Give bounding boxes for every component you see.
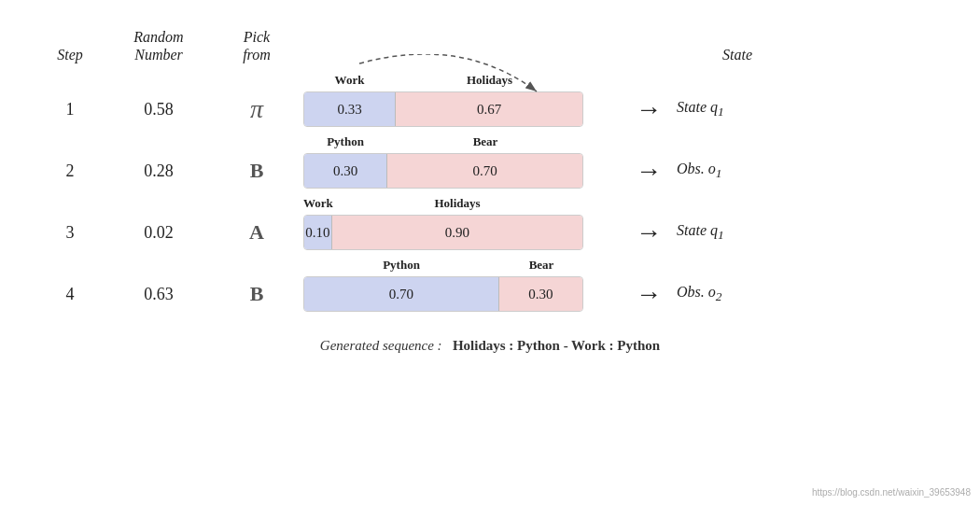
header-pick: Pickfrom bbox=[243, 29, 271, 63]
sub-header-3: WorkHolidays bbox=[303, 196, 947, 213]
cell-state-2: Obs. o1 bbox=[677, 161, 798, 181]
sub-header-2: PythonBear bbox=[303, 134, 947, 151]
cell-step-3: 3 bbox=[33, 223, 107, 243]
cell-pick-2: B bbox=[210, 159, 303, 183]
dashed-arrow-svg bbox=[303, 54, 621, 110]
cell-arrow-3: → bbox=[621, 217, 677, 247]
cell-state-3: State q1 bbox=[677, 222, 798, 243]
header-state: State bbox=[722, 47, 752, 63]
cell-bar-3: 0.100.90 bbox=[303, 215, 621, 250]
cell-random-2: 0.28 bbox=[107, 161, 210, 181]
row-group-3: WorkHolidays30.02A0.100.90→State q1 bbox=[33, 196, 947, 250]
bar-right-label-3: Holidays bbox=[331, 196, 583, 211]
bar-pink-4: 0.30 bbox=[499, 277, 582, 311]
cell-pick-1: π bbox=[210, 94, 303, 124]
bar-left-label-3: Work bbox=[303, 196, 331, 211]
cell-arrow-2: → bbox=[621, 156, 677, 186]
generated-label: Generated sequence : bbox=[320, 338, 442, 353]
cell-state-1: State q1 bbox=[677, 99, 798, 119]
bar-pink-2: 0.70 bbox=[387, 154, 582, 188]
cell-pick-3: A bbox=[210, 220, 303, 245]
bar-container-2: 0.300.70 bbox=[303, 153, 583, 189]
header-step: Step bbox=[57, 47, 83, 63]
data-row-4: 40.63B0.700.30→Obs. o2 bbox=[33, 276, 947, 312]
generated-text: Holidays : Python - Work : Python bbox=[453, 338, 660, 353]
bar-container-4: 0.700.30 bbox=[303, 276, 583, 312]
data-row-2: 20.28B0.300.70→Obs. o1 bbox=[33, 153, 947, 189]
bar-blue-2: 0.30 bbox=[304, 154, 387, 188]
cell-bar-2: 0.300.70 bbox=[303, 153, 621, 189]
bar-right-label-4: Bear bbox=[499, 258, 583, 273]
cell-bar-4: 0.700.30 bbox=[303, 276, 621, 312]
cell-step-1: 1 bbox=[33, 100, 107, 119]
main-container: Step RandomNumber Pickfrom State Work bbox=[0, 0, 980, 505]
cell-random-1: 0.58 bbox=[107, 100, 210, 119]
cell-step-4: 4 bbox=[33, 285, 107, 304]
cell-pick-4: B bbox=[210, 282, 303, 306]
bar-blue-4: 0.70 bbox=[304, 277, 499, 311]
cell-step-2: 2 bbox=[33, 161, 107, 181]
header-random: RandomNumber bbox=[133, 29, 183, 63]
cell-random-3: 0.02 bbox=[107, 223, 210, 243]
cell-random-4: 0.63 bbox=[107, 285, 210, 304]
bar-left-label-4: Python bbox=[303, 258, 499, 273]
watermark: https://blog.csdn.net/waixin_39653948 bbox=[812, 487, 971, 498]
bar-right-label-2: Bear bbox=[387, 134, 583, 149]
cell-arrow-4: → bbox=[621, 279, 677, 309]
bar-pink-3: 0.90 bbox=[332, 216, 582, 249]
row-group-4: PythonBear40.63B0.700.30→Obs. o2 bbox=[33, 258, 947, 312]
sub-header-4: PythonBear bbox=[303, 258, 947, 274]
cell-state-4: Obs. o2 bbox=[677, 284, 798, 304]
cell-arrow-1: → bbox=[621, 94, 677, 124]
row-group-2: PythonBear20.28B0.300.70→Obs. o1 bbox=[33, 134, 947, 189]
data-row-3: 30.02A0.100.90→State q1 bbox=[33, 215, 947, 250]
header-row: Step RandomNumber Pickfrom State bbox=[33, 28, 947, 63]
generated-sequence: Generated sequence : Holidays : Python -… bbox=[320, 338, 660, 354]
bar-left-label-2: Python bbox=[303, 134, 387, 149]
bar-container-3: 0.100.90 bbox=[303, 215, 583, 250]
bar-blue-3: 0.10 bbox=[304, 216, 332, 249]
